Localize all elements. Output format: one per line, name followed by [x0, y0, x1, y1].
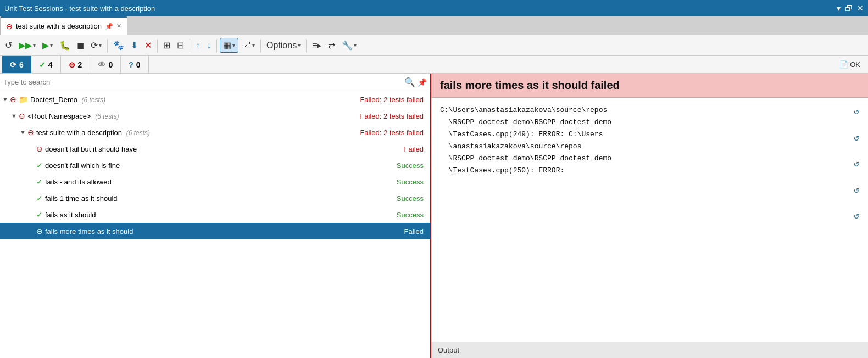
sync-button[interactable]: ⇄	[325, 38, 338, 52]
tab-close-button[interactable]: ✕	[116, 23, 121, 30]
status-icon-test4: ✓	[36, 194, 43, 203]
stat-unknown[interactable]: ? 0	[121, 56, 148, 73]
paw-button[interactable]: 🐾	[110, 38, 127, 52]
export-button[interactable]: 🡕▾	[240, 39, 258, 52]
run-dropdown-icon: ▾	[50, 42, 53, 48]
collapse-button[interactable]: ⊟	[174, 38, 187, 52]
tab-error-icon: ⊖	[6, 22, 13, 31]
stats-bar: ⟳ 6 ✓ 4 ⊖ 2 👁 0 ? 0 📄 OK	[0, 56, 868, 74]
item-status-suite: Failed: 2 tests failed	[360, 128, 428, 137]
status-icon-test6: ⊖	[36, 227, 43, 236]
detail-arrow-1[interactable]: ↺	[854, 105, 859, 120]
pin-icon: 📌	[418, 78, 427, 87]
run-all-dropdown-icon: ▾	[33, 42, 36, 48]
tree-item-test-3[interactable]: ✓ fails - and its allowed Success	[0, 174, 430, 190]
tab-test-suite[interactable]: ⊖ test suite with a description 📌 ✕	[0, 16, 127, 35]
cancel-button[interactable]: ✕	[142, 38, 154, 52]
tree-item-test-1[interactable]: ⊖ doesn't fail but it should have Failed	[0, 141, 430, 157]
stat-failed-value: 2	[78, 60, 82, 69]
refresh-button[interactable]: ↺	[2, 38, 15, 52]
stop-button[interactable]: ◼	[74, 38, 87, 52]
item-label-test5: fails as it should	[45, 211, 397, 219]
tree-item-root-namespace[interactable]: ▼ ⊖ <Root Namespace> (6 tests) Failed: 2…	[0, 108, 430, 124]
item-status-test4: Success	[397, 194, 428, 203]
detail-arrow-2[interactable]: ↺	[854, 132, 859, 146]
item-meta-doctest: (6 tests)	[82, 96, 105, 104]
stat-total[interactable]: ⟳ 6	[2, 56, 31, 73]
tree-item-test-6[interactable]: ⊖ fails more times as it should Failed	[0, 223, 430, 239]
run-button[interactable]: ▶▾	[40, 38, 55, 52]
toolbar-separator-6	[306, 39, 307, 52]
settings-button[interactable]: 🔧▾	[339, 38, 359, 52]
status-icon-test5: ✓	[36, 210, 43, 219]
settings-dropdown-icon: ▾	[354, 42, 357, 48]
close-button[interactable]: ✕	[857, 4, 864, 13]
status-icon-suite: ⊖	[27, 128, 34, 137]
expand-button[interactable]: ⊞	[160, 38, 173, 52]
status-icon-test3: ✓	[36, 177, 43, 186]
toolbar: ↺ ▶▶▾ ▶▾ 🐛 ◼ ⟳▾ 🐾 ⬇ ✕ ⊞ ⊟ ↑ ↓ ▦▾ 🡕▾ Opti…	[0, 35, 868, 56]
run-all-button[interactable]: ▶▶▾	[16, 38, 38, 52]
tree-list: ▼ ⊖ 📁 Doctest_Demo (6 tests) Failed: 2 t…	[0, 91, 430, 358]
item-status-test5: Success	[397, 211, 428, 219]
item-status-root: Failed: 2 tests failed	[360, 112, 428, 120]
output-label: Output	[438, 346, 459, 354]
stat-unknown-icon: ?	[129, 60, 133, 69]
right-panel: fails more times as it should failed C:\…	[431, 74, 868, 358]
item-status-test6: Failed	[404, 227, 428, 236]
item-label-test2: doesn't fail which is fine	[45, 161, 397, 170]
stat-passed-icon: ✓	[39, 60, 46, 69]
tree-item-doctest-demo[interactable]: ▼ ⊖ 📁 Doctest_Demo (6 tests) Failed: 2 t…	[0, 91, 430, 108]
stat-failed[interactable]: ⊖ 2	[61, 56, 91, 73]
toolbar-separator-4	[216, 39, 217, 52]
options-button[interactable]: Options▾	[264, 39, 303, 52]
item-meta-suite: (6 tests)	[126, 129, 150, 137]
expand-arrow-doctest: ▼	[2, 96, 10, 103]
options-dropdown-icon: ▾	[298, 42, 301, 48]
tab-bar: ⊖ test suite with a description 📌 ✕	[0, 16, 868, 35]
record-dropdown-icon: ▾	[99, 42, 102, 48]
item-label-test3: fails - and its allowed	[45, 178, 397, 186]
expand-arrow-suite: ▼	[20, 129, 27, 136]
tree-item-test-2[interactable]: ✓ doesn't fail which is fine Success	[0, 157, 430, 174]
item-label-test1: doesn't fail but it should have	[45, 145, 404, 153]
tree-item-test-4[interactable]: ✓ fails 1 time as it should Success	[0, 190, 430, 206]
stat-passed[interactable]: ✓ 4	[31, 56, 61, 73]
output-bar: Output	[431, 342, 868, 358]
detail-arrow-4[interactable]: ↺	[854, 184, 859, 198]
filter-button[interactable]: ≡▸	[309, 38, 324, 52]
toolbar-separator-1	[107, 39, 108, 52]
item-label-root: <Root Namespace> (6 tests)	[27, 112, 360, 120]
down-button[interactable]: ↓	[204, 39, 214, 52]
stat-failed-icon: ⊖	[69, 60, 75, 69]
item-status-test1: Failed	[404, 145, 428, 153]
detail-title: fails more times as it should failed	[440, 79, 620, 91]
item-meta-root: (6 tests)	[95, 113, 119, 120]
detail-arrow-3[interactable]: ↺	[854, 158, 859, 172]
up-button[interactable]: ↑	[193, 39, 203, 52]
item-status-test3: Success	[397, 178, 428, 186]
download-button[interactable]: ⬇	[128, 38, 141, 52]
search-input[interactable]	[3, 78, 404, 86]
record-button[interactable]: ⟳▾	[88, 38, 104, 52]
stat-total-value: 6	[19, 60, 24, 69]
detail-content: C:\Users\anastasiakazakova\source\repos …	[431, 98, 868, 342]
item-label-doctest: Doctest_Demo (6 tests)	[30, 96, 360, 104]
search-bar: 🔍 📌	[0, 74, 430, 91]
minimize-button[interactable]: ▾	[837, 4, 841, 13]
tab-label: test suite with a description	[16, 22, 102, 30]
status-icon-doctest: ⊖	[10, 95, 16, 104]
debug-button[interactable]: 🐛	[57, 38, 73, 52]
ok-icon: 📄	[839, 60, 848, 69]
status-icon-test1: ⊖	[36, 144, 43, 153]
stat-ignored-icon: 👁	[98, 60, 105, 69]
stat-ignored[interactable]: 👁 0	[90, 56, 121, 73]
tree-item-test-suite[interactable]: ▼ ⊖ test suite with a description (6 tes…	[0, 124, 430, 141]
maximize-button[interactable]: 🗗	[845, 4, 853, 13]
grid-button[interactable]: ▦▾	[220, 38, 238, 53]
tab-pin-icon: 📌	[105, 23, 113, 30]
item-label-suite: test suite with a description (6 tests)	[36, 128, 360, 137]
detail-arrow-5[interactable]: ↺	[854, 210, 859, 224]
tree-item-test-5[interactable]: ✓ fails as it should Success	[0, 206, 430, 223]
grid-dropdown-icon: ▾	[232, 42, 235, 48]
